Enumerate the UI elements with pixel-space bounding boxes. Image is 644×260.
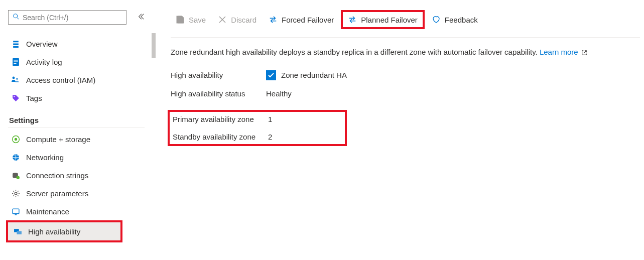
external-link-icon (581, 49, 587, 57)
svg-rect-3 (14, 60, 18, 60)
maintenance-icon (11, 207, 20, 216)
sidebar-item-maintenance[interactable]: Maintenance (8, 202, 156, 220)
nav-label-networking: Networking (26, 153, 64, 162)
connection-strings-icon (11, 171, 20, 180)
svg-point-0 (14, 14, 18, 18)
ha-label: High availability (171, 71, 266, 79)
svg-point-14 (15, 192, 17, 195)
overview-icon (11, 39, 20, 48)
sidebar-item-overview[interactable]: Overview (8, 35, 156, 53)
svg-point-8 (14, 96, 15, 97)
planned-failover-button[interactable]: Planned Failover (341, 10, 425, 29)
svg-point-7 (16, 78, 18, 80)
main-panel: Save Discard Forced Failover Planned Fai… (156, 0, 644, 260)
nav-label-activity-log: Activity log (26, 58, 62, 66)
search-box[interactable] (8, 10, 126, 25)
ha-status-value: Healthy (266, 89, 347, 98)
standby-zone-value: 2 (268, 133, 323, 141)
settings-header: Settings (8, 107, 145, 128)
planned-failover-label: Planned Failover (361, 16, 418, 24)
ha-checkbox-row: Zone redundant HA (266, 70, 347, 80)
save-label: Save (189, 16, 206, 24)
svg-rect-18 (179, 16, 182, 19)
tags-icon (11, 93, 20, 102)
compute-storage-icon (11, 135, 20, 144)
ha-checkbox-label: Zone redundant HA (281, 71, 347, 79)
description-text: Zone redundant high availability deploys… (171, 48, 640, 57)
primary-zone-label: Primary availability zone (173, 115, 268, 123)
sidebar-item-compute-storage[interactable]: Compute + storage (8, 130, 156, 148)
nav-label-maintenance: Maintenance (26, 207, 69, 216)
content: Zone redundant high availability deploys… (171, 38, 640, 146)
networking-icon (11, 153, 20, 162)
search-row (8, 10, 156, 25)
sidebar-item-high-availability[interactable]: High availability (6, 220, 122, 242)
nav-label-compute-storage: Compute + storage (26, 135, 90, 144)
nav-label-connection-strings: Connection strings (26, 171, 88, 180)
svg-line-1 (17, 18, 19, 20)
sidebar: Overview Activity log Access control (IA… (0, 0, 156, 260)
svg-point-6 (13, 77, 15, 79)
high-availability-icon (13, 227, 22, 236)
sidebar-item-activity-log[interactable]: Activity log (8, 53, 156, 71)
feedback-icon (432, 15, 441, 24)
svg-rect-19 (178, 20, 183, 23)
svg-rect-4 (14, 61, 18, 62)
planned-failover-icon (348, 15, 357, 24)
sidebar-item-server-parameters[interactable]: Server parameters (8, 184, 156, 202)
description: Zone redundant high availability deploys… (171, 48, 540, 56)
nav-label-tags: Tags (26, 94, 42, 102)
sidebar-item-connection-strings[interactable]: Connection strings (8, 166, 156, 184)
discard-label: Discard (231, 16, 256, 24)
nav-label-server-parameters: Server parameters (26, 189, 88, 198)
toolbar: Save Discard Forced Failover Planned Fai… (171, 10, 640, 38)
scrollbar[interactable] (152, 33, 156, 58)
access-control-icon (11, 75, 20, 84)
forced-failover-icon (269, 15, 278, 24)
save-icon (176, 15, 185, 24)
search-input[interactable] (23, 14, 122, 22)
nav-list: Overview Activity log Access control (IA… (8, 35, 156, 242)
svg-rect-5 (14, 63, 16, 63)
save-button: Save (171, 12, 211, 27)
learn-more-link[interactable]: Learn more (540, 48, 578, 56)
search-icon (13, 13, 23, 22)
sidebar-item-networking[interactable]: Networking (8, 148, 156, 166)
svg-point-13 (16, 176, 19, 179)
standby-zone-label: Standby availability zone (173, 133, 268, 141)
svg-rect-17 (17, 231, 22, 234)
ha-status-label: High availability status (171, 89, 266, 98)
discard-icon (218, 15, 227, 24)
info-grid: High availability Zone redundant HA High… (171, 70, 347, 146)
ha-checkbox[interactable] (266, 70, 276, 80)
collapse-sidebar-button[interactable] (136, 11, 147, 24)
primary-zone-value: 1 (268, 115, 323, 123)
nav-label-access-control: Access control (IAM) (26, 76, 95, 84)
nav-label-high-availability: High availability (28, 227, 80, 236)
feedback-label: Feedback (445, 16, 478, 24)
svg-point-10 (14, 138, 17, 140)
sidebar-item-access-control[interactable]: Access control (IAM) (8, 71, 156, 89)
server-parameters-icon (11, 189, 20, 198)
zone-highlight-box: Primary availability zone 1 Standby avai… (168, 110, 347, 146)
svg-rect-15 (13, 209, 19, 214)
discard-button: Discard (213, 12, 262, 27)
forced-failover-button[interactable]: Forced Failover (264, 12, 339, 27)
nav-label-overview: Overview (26, 40, 58, 48)
sidebar-item-tags[interactable]: Tags (8, 89, 156, 107)
forced-failover-label: Forced Failover (282, 16, 334, 24)
activity-log-icon (11, 57, 20, 66)
feedback-button[interactable]: Feedback (427, 12, 483, 27)
